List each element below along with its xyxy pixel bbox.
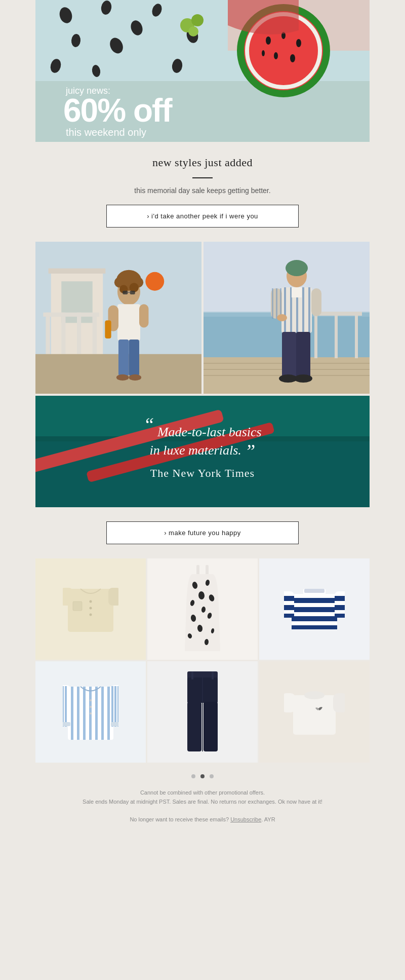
svg-point-18 bbox=[266, 36, 271, 45]
svg-rect-54 bbox=[105, 320, 111, 338]
svg-point-56 bbox=[129, 374, 142, 381]
svg-point-94 bbox=[90, 607, 92, 610]
svg-point-14 bbox=[188, 26, 198, 36]
svg-rect-96 bbox=[63, 588, 73, 606]
svg-rect-80 bbox=[280, 288, 281, 319]
svg-point-22 bbox=[290, 54, 295, 62]
svg-rect-126 bbox=[335, 605, 345, 610]
svg-rect-133 bbox=[95, 687, 98, 740]
svg-rect-160 bbox=[333, 693, 345, 712]
pagination-dot-3[interactable] bbox=[210, 774, 214, 778]
product-dark-jeans[interactable] bbox=[147, 661, 258, 763]
svg-rect-74 bbox=[302, 287, 304, 333]
svg-point-13 bbox=[191, 14, 204, 26]
svg-rect-129 bbox=[71, 687, 73, 740]
product-stripe-sweater[interactable] bbox=[259, 558, 370, 660]
svg-point-21 bbox=[274, 52, 278, 59]
pagination bbox=[35, 764, 370, 786]
pagination-dot-1[interactable] bbox=[191, 774, 195, 778]
man-photo[interactable] bbox=[204, 242, 370, 394]
svg-rect-125 bbox=[335, 596, 345, 601]
svg-rect-66 bbox=[355, 313, 358, 358]
svg-rect-141 bbox=[63, 686, 64, 727]
footer-line2: Sale ends Monday at midnight PST. Sales … bbox=[66, 798, 339, 807]
product-blue-stripe-shirt[interactable] bbox=[35, 661, 146, 763]
svg-rect-151 bbox=[187, 702, 201, 751]
svg-rect-127 bbox=[335, 614, 345, 618]
svg-point-39 bbox=[145, 272, 164, 291]
svg-point-23 bbox=[262, 50, 265, 56]
unsubscribe-link[interactable]: Unsubscribe bbox=[230, 816, 261, 822]
svg-point-86 bbox=[277, 314, 287, 321]
product-dalmatian-dress[interactable] bbox=[147, 558, 258, 660]
svg-point-136 bbox=[90, 699, 92, 701]
svg-rect-117 bbox=[292, 625, 337, 629]
svg-rect-119 bbox=[304, 589, 325, 593]
svg-rect-51 bbox=[139, 304, 148, 327]
svg-point-69 bbox=[286, 260, 308, 276]
svg-point-20 bbox=[296, 39, 301, 47]
svg-rect-147 bbox=[63, 722, 70, 726]
svg-rect-46 bbox=[123, 291, 128, 294]
pagination-dot-2[interactable] bbox=[200, 774, 205, 778]
svg-rect-144 bbox=[111, 686, 113, 727]
svg-rect-64 bbox=[314, 313, 317, 358]
svg-rect-130 bbox=[77, 687, 79, 740]
nyt-logo: The New York Times bbox=[143, 467, 261, 480]
svg-rect-134 bbox=[101, 687, 104, 740]
svg-rect-53 bbox=[129, 340, 140, 376]
svg-rect-124 bbox=[335, 591, 345, 617]
svg-rect-122 bbox=[284, 605, 294, 610]
footer-unsubscribe-line: No longer want to receive these emails? … bbox=[66, 815, 339, 824]
future-cta-button[interactable]: › make future you happy bbox=[106, 521, 299, 544]
svg-text:this weekend only: this weekend only bbox=[66, 127, 146, 138]
photo-grid bbox=[35, 242, 370, 394]
svg-rect-159 bbox=[284, 693, 296, 712]
svg-rect-52 bbox=[118, 340, 129, 376]
woman-photo[interactable] bbox=[35, 242, 201, 394]
svg-point-93 bbox=[90, 600, 92, 603]
svg-rect-76 bbox=[292, 287, 302, 297]
svg-rect-115 bbox=[292, 607, 337, 612]
svg-rect-146 bbox=[117, 686, 118, 727]
svg-point-85 bbox=[294, 374, 312, 383]
svg-rect-121 bbox=[284, 596, 294, 601]
svg-rect-97 bbox=[108, 588, 118, 606]
product-cream-shirt[interactable] bbox=[35, 558, 146, 660]
svg-rect-98 bbox=[73, 601, 82, 611]
svg-rect-120 bbox=[284, 591, 294, 617]
svg-text:60% off: 60% off bbox=[63, 92, 173, 129]
svg-point-95 bbox=[90, 614, 92, 616]
svg-rect-100 bbox=[206, 565, 209, 575]
svg-rect-79 bbox=[276, 288, 277, 319]
footer: Cannot be combined with other promotiona… bbox=[35, 786, 370, 834]
svg-point-158 bbox=[304, 691, 325, 699]
product-grid-row2 bbox=[35, 661, 370, 763]
svg-rect-116 bbox=[292, 616, 337, 621]
svg-rect-135 bbox=[107, 687, 110, 740]
section-heading: new styles just added bbox=[35, 142, 370, 173]
product-white-tee[interactable] bbox=[259, 661, 370, 763]
email-container: juicy news: 60% off this weekend only ne… bbox=[35, 0, 370, 980]
close-quote: ” bbox=[245, 440, 255, 462]
svg-rect-152 bbox=[204, 702, 218, 751]
svg-point-138 bbox=[90, 712, 92, 714]
peek-cta-button[interactable]: › i'd take another peek if i were you bbox=[106, 205, 299, 228]
svg-rect-78 bbox=[272, 288, 273, 319]
svg-rect-157 bbox=[293, 695, 336, 735]
svg-rect-155 bbox=[191, 671, 193, 680]
svg-rect-145 bbox=[114, 686, 116, 727]
svg-rect-148 bbox=[111, 722, 118, 726]
svg-rect-37 bbox=[43, 313, 99, 317]
svg-rect-99 bbox=[196, 565, 199, 575]
hero-banner[interactable]: juicy news: 60% off this weekend only bbox=[35, 0, 370, 142]
svg-rect-65 bbox=[335, 313, 338, 358]
footer-line1: Cannot be combined with other promotiona… bbox=[66, 788, 339, 798]
svg-rect-123 bbox=[284, 614, 294, 618]
svg-rect-47 bbox=[130, 291, 135, 294]
svg-rect-131 bbox=[83, 687, 86, 740]
quote-text: “ Made-to-last basics in luxe materials.… bbox=[143, 423, 261, 460]
svg-rect-82 bbox=[282, 332, 296, 378]
open-quote: “ bbox=[143, 414, 154, 435]
svg-rect-71 bbox=[284, 287, 286, 333]
